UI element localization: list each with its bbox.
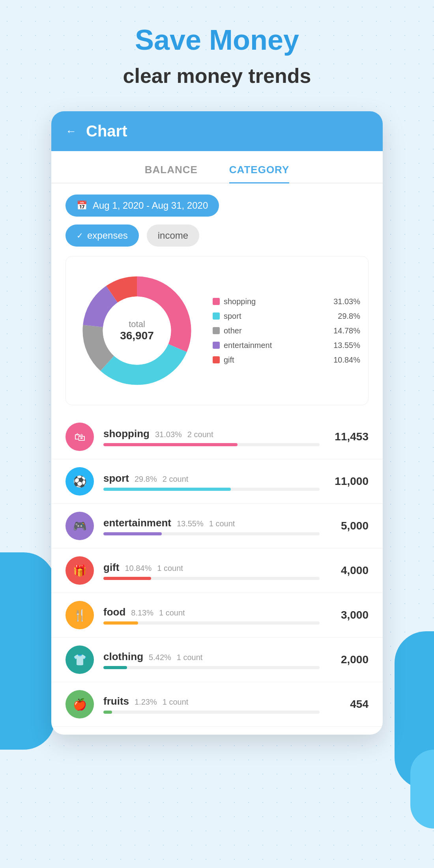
- legend-dot-shopping: [213, 298, 220, 305]
- legend-dot-entertainment: [213, 342, 220, 349]
- page-headline: Save Money: [135, 24, 299, 56]
- income-label: income: [158, 230, 188, 241]
- cat-name-fruits: fruits: [103, 695, 129, 707]
- tabs-row: BALANCE CATEGORY: [51, 151, 383, 183]
- cat-count-food: 1 count: [159, 608, 185, 617]
- cat-bar-bg-gift: [103, 577, 320, 580]
- category-item-gift[interactable]: 🎁 gift 10.84% 1 count 4,000: [51, 548, 383, 593]
- cat-info-fruits: fruits 1.23% 1 count: [103, 695, 320, 714]
- cat-pct-fruits: 1.23%: [135, 698, 157, 707]
- cat-name-clothing: clothing: [103, 651, 143, 663]
- cat-pct-entertainment: 13.55%: [177, 519, 204, 528]
- cat-info-sport: sport 29.8% 2 count: [103, 472, 320, 491]
- category-item-clothing[interactable]: 👕 clothing 5.42% 1 count 2,000: [51, 638, 383, 682]
- legend-pct-sport: 29.8%: [337, 312, 360, 321]
- cat-info-entertainment: entertainment 13.55% 1 count: [103, 517, 320, 535]
- cat-icon-shopping: 🛍: [65, 423, 94, 451]
- blue-wave-right2: [410, 750, 434, 829]
- legend-item-entertainment: entertainment 13.55%: [213, 341, 360, 350]
- check-icon: ✓: [77, 231, 83, 240]
- cat-icon-gift: 🎁: [65, 556, 94, 585]
- cat-info-clothing: clothing 5.42% 1 count: [103, 651, 320, 669]
- category-item-entertainment[interactable]: 🎮 entertainment 13.55% 1 count 5,000: [51, 504, 383, 548]
- category-item-food[interactable]: 🍴 food 8.13% 1 count 3,000: [51, 593, 383, 638]
- legend-dot-other: [213, 327, 220, 334]
- cat-bar-bg-sport: [103, 488, 320, 491]
- cat-count-fruits: 1 count: [163, 698, 189, 707]
- cat-amount-entertainment: 5,000: [329, 520, 369, 532]
- cat-info-food: food 8.13% 1 count: [103, 606, 320, 625]
- legend-item-other: other 14.78%: [213, 326, 360, 335]
- cat-icon-clothing: 👕: [65, 645, 94, 674]
- legend-dot-gift: [213, 356, 220, 363]
- cat-amount-clothing: 2,000: [329, 653, 369, 666]
- cat-icon-fruits: 🍎: [65, 690, 94, 718]
- cat-bar-bg-entertainment: [103, 532, 320, 535]
- cat-bar-bg-food: [103, 621, 320, 625]
- cat-bar-fill-fruits: [103, 711, 112, 714]
- cat-name-sport: sport: [103, 472, 129, 485]
- legend-pct-gift: 10.84%: [333, 355, 360, 365]
- cat-count-sport: 2 count: [163, 475, 189, 484]
- category-item-sport[interactable]: ⚽ sport 29.8% 2 count 11,000: [51, 459, 383, 504]
- cat-bar-fill-shopping: [103, 443, 238, 446]
- cat-name-gift: gift: [103, 561, 119, 574]
- cat-count-gift: 1 count: [157, 564, 183, 573]
- cat-pct-clothing: 5.42%: [149, 653, 171, 662]
- chart-legend: shopping 31.03% sport 29.8% other 14.78%…: [213, 297, 360, 365]
- cat-amount-gift: 4,000: [329, 564, 369, 577]
- donut-chart: total 36,907: [74, 268, 200, 394]
- date-range-text: Aug 1, 2020 - Aug 31, 2020: [93, 200, 208, 211]
- cat-count-clothing: 1 count: [177, 653, 203, 662]
- cat-bar-fill-food: [103, 621, 138, 625]
- legend-name-other: other: [224, 326, 329, 335]
- cat-amount-shopping: 11,453: [329, 430, 369, 443]
- legend-pct-other: 14.78%: [333, 326, 360, 335]
- cat-info-shopping: shopping 31.03% 2 count: [103, 428, 320, 446]
- back-button[interactable]: ←: [65, 125, 77, 138]
- legend-name-sport: sport: [224, 312, 333, 321]
- cat-pct-sport: 29.8%: [135, 475, 157, 484]
- cat-amount-sport: 11,000: [329, 475, 369, 488]
- cat-name-row-shopping: shopping 31.03% 2 count: [103, 428, 320, 440]
- category-list: 🛍 shopping 31.03% 2 count 11,453 ⚽ sport…: [51, 415, 383, 735]
- tab-balance[interactable]: BALANCE: [145, 164, 198, 183]
- app-header: ← Chart: [51, 111, 383, 151]
- legend-item-sport: sport 29.8%: [213, 312, 360, 321]
- cat-pct-gift: 10.84%: [125, 564, 152, 573]
- date-range-badge[interactable]: 📅 Aug 1, 2020 - Aug 31, 2020: [65, 195, 219, 217]
- expenses-filter-button[interactable]: ✓ expenses: [65, 224, 139, 247]
- cat-bar-fill-gift: [103, 577, 151, 580]
- cat-name-row-clothing: clothing 5.42% 1 count: [103, 651, 320, 663]
- tab-category[interactable]: CATEGORY: [229, 164, 289, 183]
- cat-bar-bg-shopping: [103, 443, 320, 446]
- cat-name-row-fruits: fruits 1.23% 1 count: [103, 695, 320, 707]
- app-mockup: ← Chart BALANCE CATEGORY 📅 Aug 1, 2020 -…: [51, 111, 383, 735]
- legend-item-gift: gift 10.84%: [213, 355, 360, 365]
- content-wrapper: Save Money clear money trends ← Chart BA…: [0, 0, 434, 750]
- donut-center-text: total 36,907: [120, 319, 154, 342]
- cat-name-row-entertainment: entertainment 13.55% 1 count: [103, 517, 320, 529]
- cat-info-gift: gift 10.84% 1 count: [103, 561, 320, 580]
- legend-name-gift: gift: [224, 355, 329, 365]
- cat-icon-sport: ⚽: [65, 467, 94, 496]
- cat-pct-food: 8.13%: [131, 608, 153, 617]
- category-item-shopping[interactable]: 🛍 shopping 31.03% 2 count 11,453: [51, 415, 383, 459]
- chart-area: total 36,907 shopping 31.03% sport 29.8%…: [65, 256, 369, 405]
- cat-bar-fill-clothing: [103, 666, 127, 669]
- cat-icon-entertainment: 🎮: [65, 512, 94, 540]
- category-item-fruits[interactable]: 🍎 fruits 1.23% 1 count 454: [51, 682, 383, 727]
- cat-name-row-gift: gift 10.84% 1 count: [103, 561, 320, 574]
- cat-name-row-food: food 8.13% 1 count: [103, 606, 320, 618]
- cat-count-shopping: 2 count: [187, 430, 213, 439]
- date-range-row: 📅 Aug 1, 2020 - Aug 31, 2020: [51, 183, 383, 217]
- cat-name-row-sport: sport 29.8% 2 count: [103, 472, 320, 485]
- legend-dot-sport: [213, 312, 220, 320]
- expenses-label: expenses: [87, 230, 128, 241]
- donut-label: total: [120, 319, 154, 329]
- calendar-icon: 📅: [77, 200, 87, 211]
- cat-bar-fill-entertainment: [103, 532, 162, 535]
- cat-pct-shopping: 31.03%: [155, 430, 182, 439]
- income-filter-button[interactable]: income: [147, 224, 199, 247]
- cat-bar-bg-fruits: [103, 711, 320, 714]
